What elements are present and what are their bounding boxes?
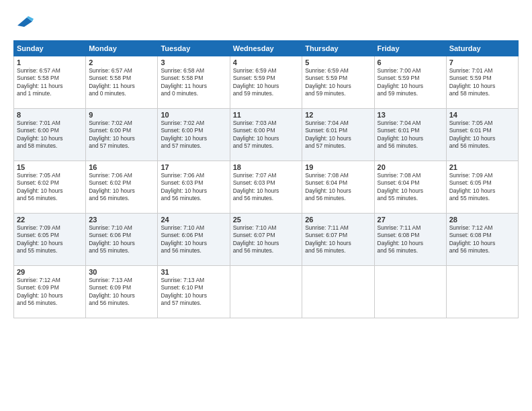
day-number: 22 (17, 216, 83, 224)
day-info: Sunrise: 7:09 AM Sunset: 6:05 PM Dayligh… (449, 172, 515, 203)
calendar-header-tuesday: Tuesday (158, 41, 230, 56)
calendar-cell: 22Sunrise: 7:09 AM Sunset: 6:05 PM Dayli… (14, 214, 86, 266)
calendar-header-saturday: Saturday (446, 41, 518, 56)
calendar-cell (374, 266, 446, 318)
day-number: 27 (378, 216, 443, 224)
day-info: Sunrise: 7:12 AM Sunset: 6:08 PM Dayligh… (449, 224, 515, 255)
day-number: 5 (305, 58, 371, 66)
calendar-cell: 29Sunrise: 7:12 AM Sunset: 6:09 PM Dayli… (14, 266, 86, 318)
day-number: 23 (89, 216, 154, 224)
day-info: Sunrise: 6:59 AM Sunset: 5:59 PM Dayligh… (233, 67, 299, 98)
day-info: Sunrise: 7:03 AM Sunset: 6:00 PM Dayligh… (233, 120, 299, 150)
day-info: Sunrise: 6:59 AM Sunset: 5:59 PM Dayligh… (305, 67, 371, 98)
calendar-cell: 23Sunrise: 7:10 AM Sunset: 6:06 PM Dayli… (86, 214, 158, 266)
calendar-cell: 15Sunrise: 7:05 AM Sunset: 6:02 PM Dayli… (14, 161, 86, 214)
header (13, 12, 519, 34)
calendar-cell (302, 266, 374, 318)
calendar-cell: 9Sunrise: 7:02 AM Sunset: 6:00 PM Daylig… (86, 109, 158, 161)
calendar-cell: 6Sunrise: 7:00 AM Sunset: 5:59 PM Daylig… (374, 56, 446, 109)
day-info: Sunrise: 7:10 AM Sunset: 6:06 PM Dayligh… (161, 224, 226, 255)
calendar-cell: 30Sunrise: 7:13 AM Sunset: 6:09 PM Dayli… (86, 266, 158, 318)
day-info: Sunrise: 7:13 AM Sunset: 6:10 PM Dayligh… (161, 277, 226, 308)
calendar-week-5: 29Sunrise: 7:12 AM Sunset: 6:09 PM Dayli… (14, 266, 519, 318)
day-info: Sunrise: 7:04 AM Sunset: 6:01 PM Dayligh… (378, 120, 443, 150)
day-number: 10 (161, 111, 226, 119)
calendar: SundayMondayTuesdayWednesdayThursdayFrid… (13, 40, 519, 318)
calendar-cell: 19Sunrise: 7:08 AM Sunset: 6:04 PM Dayli… (302, 161, 374, 214)
day-number: 2 (89, 58, 154, 66)
calendar-cell: 28Sunrise: 7:12 AM Sunset: 6:08 PM Dayli… (446, 214, 518, 266)
day-number: 25 (233, 216, 299, 224)
day-number: 24 (161, 216, 226, 224)
calendar-cell: 11Sunrise: 7:03 AM Sunset: 6:00 PM Dayli… (230, 109, 302, 161)
calendar-week-2: 8Sunrise: 7:01 AM Sunset: 6:00 PM Daylig… (14, 109, 519, 161)
day-number: 21 (449, 163, 515, 171)
calendar-cell: 10Sunrise: 7:02 AM Sunset: 6:00 PM Dayli… (158, 109, 230, 161)
day-info: Sunrise: 7:07 AM Sunset: 6:03 PM Dayligh… (233, 172, 299, 203)
day-info: Sunrise: 7:08 AM Sunset: 6:04 PM Dayligh… (305, 172, 371, 203)
day-number: 14 (449, 111, 515, 119)
calendar-cell: 24Sunrise: 7:10 AM Sunset: 6:06 PM Dayli… (158, 214, 230, 266)
logo-bird-icon (13, 12, 35, 34)
day-number: 3 (161, 58, 226, 66)
calendar-header-row: SundayMondayTuesdayWednesdayThursdayFrid… (14, 41, 519, 56)
day-info: Sunrise: 7:06 AM Sunset: 6:02 PM Dayligh… (89, 172, 154, 203)
day-info: Sunrise: 7:13 AM Sunset: 6:09 PM Dayligh… (89, 277, 154, 308)
logo (13, 12, 37, 34)
day-info: Sunrise: 7:08 AM Sunset: 6:04 PM Dayligh… (378, 172, 443, 203)
calendar-cell: 20Sunrise: 7:08 AM Sunset: 6:04 PM Dayli… (374, 161, 446, 214)
calendar-cell: 1Sunrise: 6:57 AM Sunset: 5:58 PM Daylig… (14, 56, 86, 109)
day-number: 7 (449, 58, 515, 66)
day-info: Sunrise: 7:02 AM Sunset: 6:00 PM Dayligh… (89, 120, 154, 150)
day-info: Sunrise: 7:10 AM Sunset: 6:06 PM Dayligh… (89, 224, 154, 255)
calendar-cell: 14Sunrise: 7:05 AM Sunset: 6:01 PM Dayli… (446, 109, 518, 161)
day-number: 29 (17, 268, 83, 276)
calendar-header-thursday: Thursday (302, 41, 374, 56)
day-info: Sunrise: 6:57 AM Sunset: 5:58 PM Dayligh… (17, 67, 83, 98)
calendar-cell: 3Sunrise: 6:58 AM Sunset: 5:58 PM Daylig… (158, 56, 230, 109)
calendar-cell: 12Sunrise: 7:04 AM Sunset: 6:01 PM Dayli… (302, 109, 374, 161)
day-number: 26 (305, 216, 371, 224)
calendar-header-monday: Monday (86, 41, 158, 56)
day-number: 9 (89, 111, 154, 119)
day-number: 12 (305, 111, 371, 119)
day-number: 19 (305, 163, 371, 171)
day-info: Sunrise: 7:11 AM Sunset: 6:07 PM Dayligh… (305, 224, 371, 255)
day-info: Sunrise: 7:01 AM Sunset: 6:00 PM Dayligh… (17, 120, 83, 150)
day-number: 8 (17, 111, 83, 119)
day-number: 20 (378, 163, 443, 171)
day-info: Sunrise: 7:09 AM Sunset: 6:05 PM Dayligh… (17, 224, 83, 255)
day-number: 15 (17, 163, 83, 171)
day-info: Sunrise: 7:01 AM Sunset: 5:59 PM Dayligh… (449, 67, 515, 98)
day-info: Sunrise: 7:12 AM Sunset: 6:09 PM Dayligh… (17, 277, 83, 308)
day-number: 6 (378, 58, 443, 66)
calendar-cell: 18Sunrise: 7:07 AM Sunset: 6:03 PM Dayli… (230, 161, 302, 214)
calendar-cell: 26Sunrise: 7:11 AM Sunset: 6:07 PM Dayli… (302, 214, 374, 266)
day-number: 11 (233, 111, 299, 119)
calendar-cell: 2Sunrise: 6:57 AM Sunset: 5:58 PM Daylig… (86, 56, 158, 109)
calendar-cell (230, 266, 302, 318)
day-info: Sunrise: 7:06 AM Sunset: 6:03 PM Dayligh… (161, 172, 226, 203)
calendar-cell: 7Sunrise: 7:01 AM Sunset: 5:59 PM Daylig… (446, 56, 518, 109)
day-info: Sunrise: 7:00 AM Sunset: 5:59 PM Dayligh… (378, 67, 443, 98)
day-info: Sunrise: 7:05 AM Sunset: 6:02 PM Dayligh… (17, 172, 83, 203)
day-number: 16 (89, 163, 154, 171)
calendar-body: 1Sunrise: 6:57 AM Sunset: 5:58 PM Daylig… (14, 56, 519, 318)
day-number: 31 (161, 268, 226, 276)
calendar-week-1: 1Sunrise: 6:57 AM Sunset: 5:58 PM Daylig… (14, 56, 519, 109)
calendar-cell: 5Sunrise: 6:59 AM Sunset: 5:59 PM Daylig… (302, 56, 374, 109)
calendar-cell: 21Sunrise: 7:09 AM Sunset: 6:05 PM Dayli… (446, 161, 518, 214)
day-info: Sunrise: 7:05 AM Sunset: 6:01 PM Dayligh… (449, 120, 515, 150)
day-info: Sunrise: 7:11 AM Sunset: 6:08 PM Dayligh… (378, 224, 443, 255)
day-number: 18 (233, 163, 299, 171)
day-info: Sunrise: 6:58 AM Sunset: 5:58 PM Dayligh… (161, 67, 226, 98)
calendar-cell: 27Sunrise: 7:11 AM Sunset: 6:08 PM Dayli… (374, 214, 446, 266)
calendar-header-wednesday: Wednesday (230, 41, 302, 56)
day-info: Sunrise: 7:10 AM Sunset: 6:07 PM Dayligh… (233, 224, 299, 255)
calendar-cell: 8Sunrise: 7:01 AM Sunset: 6:00 PM Daylig… (14, 109, 86, 161)
day-number: 17 (161, 163, 226, 171)
day-number: 13 (378, 111, 443, 119)
calendar-header-friday: Friday (374, 41, 446, 56)
calendar-cell: 25Sunrise: 7:10 AM Sunset: 6:07 PM Dayli… (230, 214, 302, 266)
day-info: Sunrise: 7:04 AM Sunset: 6:01 PM Dayligh… (305, 120, 371, 150)
